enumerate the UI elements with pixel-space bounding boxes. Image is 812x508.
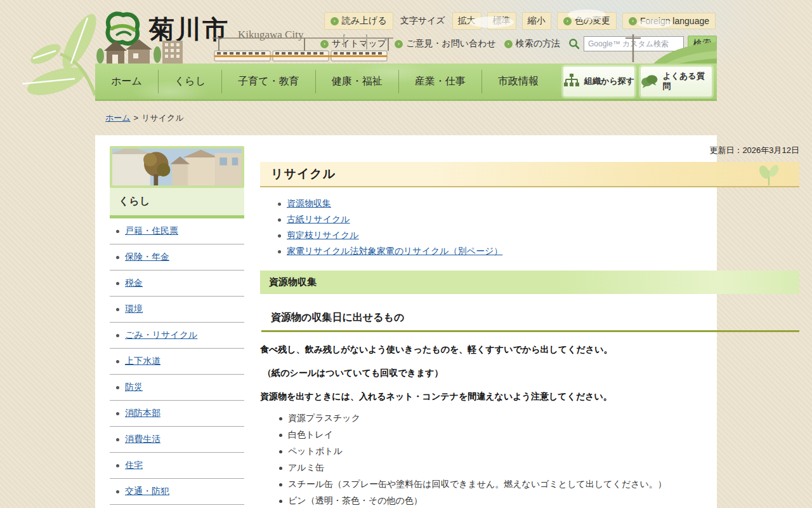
bullet-icon [116,256,119,259]
bullet-icon [116,360,119,363]
breadcrumb-separator: > [134,113,139,123]
foreign-language-button[interactable]: › Foreign language [622,13,716,29]
bullet-icon [116,464,119,467]
bullet-icon [116,386,119,389]
search-input[interactable] [584,36,684,51]
bullet-icon [278,218,281,222]
sidebar-link-jogesuido[interactable]: 上下水道 [125,356,160,367]
utility-bar-top: › 読み上げる 文字サイズ 拡大 標準 縮小 › 色の変更 › Foreign … [324,12,716,30]
sitemap-label: サイトマップ [332,38,386,50]
sprout-icon [756,164,782,186]
sidebar-item: 上下水道 [110,349,244,375]
faq-button[interactable]: よくある質問 [641,67,712,97]
sidebar-menu: 戸籍・住民票 保険・年金 税金 環境 ごみ・リサイクル 上下水道 防災 消防本部… [110,218,244,508]
toc-link-koshi[interactable]: 古紙リサイクル [287,214,350,225]
body-paragraph: 食べ残し、飲み残しがないよう使いきったものを、軽くすすいでから出してください。 [260,344,799,356]
org-chart-icon [563,74,580,89]
toc-link-senteieda[interactable]: 剪定枝リサイクル [287,230,359,241]
bullet-icon [279,467,282,470]
sidebar-link-shohi[interactable]: 消費生活 [125,434,160,445]
org-search-label: 組織から探す [584,76,634,86]
arrow-icon: › [395,40,403,48]
list-item: スチール缶（スプレー缶や塗料缶は回収できません。燃えないゴミとして出してください… [279,479,799,490]
bullet-icon [279,500,282,503]
sidebar-link-bosai[interactable]: 防災 [125,382,143,393]
bullet-icon [116,490,119,493]
color-change-label: 色の変更 [575,15,610,27]
list-item-label: 白色トレイ [288,429,333,441]
nav-item-home[interactable]: ホーム [95,70,158,93]
search-help-link[interactable]: › 検索の方法 [504,38,560,50]
breadcrumb: ホーム>リサイクル [105,112,184,124]
breadcrumb-home-link[interactable]: ホーム [105,113,131,123]
sidebar-item: 保険・年金 [110,244,244,271]
city-logo-icon [103,10,143,48]
sidebar-title: くらし [110,188,244,218]
sidebar-link-shobo[interactable]: 消防本部 [125,408,160,419]
sidebar-link-kankyo[interactable]: 環境 [125,304,143,315]
sidebar-item: 税金 [110,271,244,297]
toc-link-kaden[interactable]: 家電リサイクル法対象家電のリサイクル（別ページ） [287,246,502,257]
bullet-icon [116,438,119,441]
sidebar: くらし 戸籍・住民票 保険・年金 税金 環境 ごみ・リサイクル 上下水道 防災 … [110,146,244,508]
arrow-icon: › [320,40,329,48]
sidebar-item: ごみ・リサイクル [110,323,244,349]
breadcrumb-current: リサイクル [141,113,184,123]
toc-item: 古紙リサイクル [278,214,799,225]
sidebar-item: 住宅 [110,453,244,479]
font-small-button[interactable]: 縮小 [522,12,551,30]
org-search-button[interactable]: 組織から探す [563,67,634,97]
body-paragraph: （紙のシールはついていても回収できます） [260,368,799,379]
page: 菊川市 Kikugawa City › 読み上げる 文字サイズ 拡大 標準 縮小… [0,0,812,508]
toc-item: 資源物収集 [278,198,799,210]
sidebar-link-kotsu[interactable]: 交通・防犯 [125,486,169,497]
search-help-label: 検索の方法 [516,38,560,50]
sidebar-link-gomi-recycle[interactable]: ごみ・リサイクル [125,330,197,341]
site-logo[interactable]: 菊川市 Kikugawa City [103,10,303,48]
sidebar-item: 環境 [110,297,244,323]
main-navigation: ホーム くらし 子育て・教育 健康・福祉 産業・仕事 市政情報 組織から探す [95,64,717,101]
content-panel: くらし 戸籍・住民票 保険・年金 税金 環境 ごみ・リサイクル 上下水道 防災 … [95,135,717,508]
bullet-icon [116,282,119,285]
bullet-icon [279,483,282,486]
list-item: ペットボトル [279,446,799,457]
nav-item-shisei[interactable]: 市政情報 [481,70,554,93]
bullet-icon [116,308,119,311]
bullet-icon [279,450,282,453]
sidebar-link-zeikin[interactable]: 税金 [125,277,143,289]
list-item: 資源プラスチック [279,413,799,424]
sitemap-link[interactable]: › サイトマップ [320,38,386,50]
bullet-icon [278,203,281,206]
nav-item-kosodate[interactable]: 子育て・教育 [221,70,315,93]
color-change-button[interactable]: › 色の変更 [557,12,617,30]
contact-link[interactable]: › ご意見・お問い合わせ [395,38,496,50]
font-normal-button[interactable]: 標準 [487,12,516,30]
list-item-label: 資源プラスチック [288,413,360,424]
nav-item-sangyo[interactable]: 産業・仕事 [398,70,481,93]
bullet-icon [116,334,119,337]
list-item: ビン（透明・茶色・その他の色） [279,495,799,507]
nav-item-kenko[interactable]: 健康・福祉 [315,70,398,93]
recyclable-item-list: 資源プラスチック 白色トレイ ペットボトル アルミ缶 スチール缶（スプレー缶や塗… [279,413,799,507]
read-aloud-button[interactable]: › 読み上げる [324,12,393,30]
sidebar-link-jutaku[interactable]: 住宅 [125,460,143,471]
sidebar-link-hoken[interactable]: 保険・年金 [125,251,169,263]
list-item-label: スチール缶（スプレー缶や塗料缶は回収できません。燃えないゴミとして出してください… [288,479,667,490]
faq-bubble-icon [641,74,658,89]
read-aloud-label: 読み上げる [342,15,387,27]
sidebar-item: 戸籍・住民票 [110,218,244,244]
list-item: 白色トレイ [279,429,799,441]
toc-item: 家電リサイクル法対象家電のリサイクル（別ページ） [278,246,799,257]
bullet-icon [279,434,282,437]
leaf-decoration-icon [0,0,108,146]
section-header: 資源物収集 [260,271,799,294]
font-large-button[interactable]: 拡大 [452,12,481,30]
site-title: 菊川市 [149,12,229,47]
toc-link-shigenbutsu[interactable]: 資源物収集 [287,198,331,210]
sidebar-link-koseki[interactable]: 戸籍・住民票 [125,225,178,237]
search-button[interactable]: 検索 [688,36,717,52]
contact-label: ご意見・お問い合わせ [406,38,496,50]
sidebar-item: 消防本部 [110,401,244,427]
nav-item-kurashi[interactable]: くらし [158,70,221,93]
sidebar-item: 交通・防犯 [110,479,244,505]
